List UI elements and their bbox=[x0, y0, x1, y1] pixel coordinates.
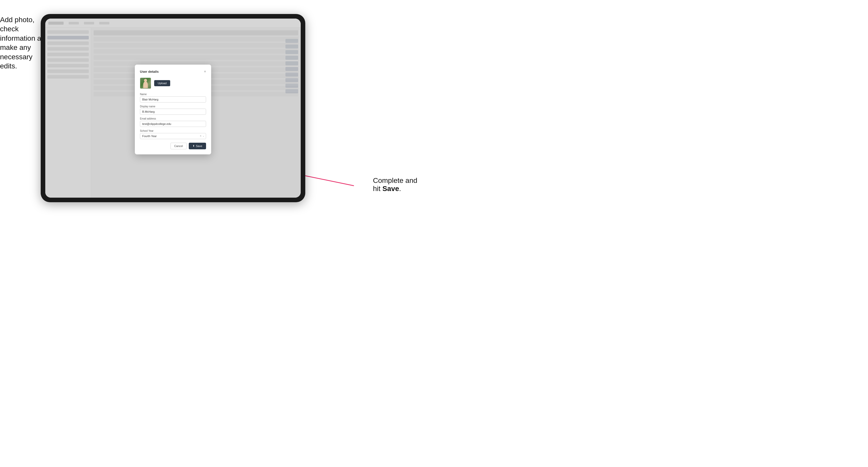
modal-close-button[interactable]: × bbox=[204, 70, 206, 73]
school-year-controls: × ⌄ bbox=[200, 134, 205, 137]
modal-overlay: User details × Upload Name Dis bbox=[45, 19, 301, 198]
school-year-label: School Year bbox=[140, 129, 206, 132]
clear-school-year-button[interactable]: × bbox=[200, 134, 202, 137]
school-year-dropdown-button[interactable]: ⌄ bbox=[203, 135, 205, 137]
save-label: Save bbox=[196, 145, 202, 148]
save-button[interactable]: ⬆ Save bbox=[189, 143, 206, 149]
tablet-frame: User details × Upload Name Dis bbox=[41, 14, 305, 202]
display-name-field-group: Display name bbox=[140, 105, 206, 115]
email-input[interactable] bbox=[140, 121, 206, 127]
name-field-group: Name bbox=[140, 93, 206, 102]
name-label: Name bbox=[140, 93, 206, 96]
upload-photo-button[interactable]: Upload bbox=[154, 80, 170, 86]
school-year-input[interactable] bbox=[140, 133, 206, 139]
email-label: Email address bbox=[140, 117, 206, 120]
user-details-modal: User details × Upload Name Dis bbox=[135, 65, 211, 154]
school-year-wrapper: × ⌄ bbox=[140, 133, 206, 139]
tablet-screen: User details × Upload Name Dis bbox=[45, 19, 301, 198]
email-field-group: Email address bbox=[140, 117, 206, 127]
modal-header: User details × bbox=[140, 70, 206, 73]
display-name-input[interactable] bbox=[140, 108, 206, 115]
modal-title: User details bbox=[140, 70, 159, 73]
display-name-label: Display name bbox=[140, 105, 206, 108]
name-input[interactable] bbox=[140, 96, 206, 102]
save-icon: ⬆ bbox=[193, 145, 195, 147]
annotation-right: Complete and hit Save. bbox=[373, 177, 429, 193]
user-photo-thumbnail bbox=[140, 77, 151, 89]
modal-footer: Cancel ⬆ Save bbox=[140, 143, 206, 149]
person-silhouette bbox=[143, 82, 148, 88]
photo-section: Upload bbox=[140, 77, 206, 89]
school-year-field-group: School Year × ⌄ bbox=[140, 129, 206, 139]
cancel-button[interactable]: Cancel bbox=[170, 143, 187, 149]
